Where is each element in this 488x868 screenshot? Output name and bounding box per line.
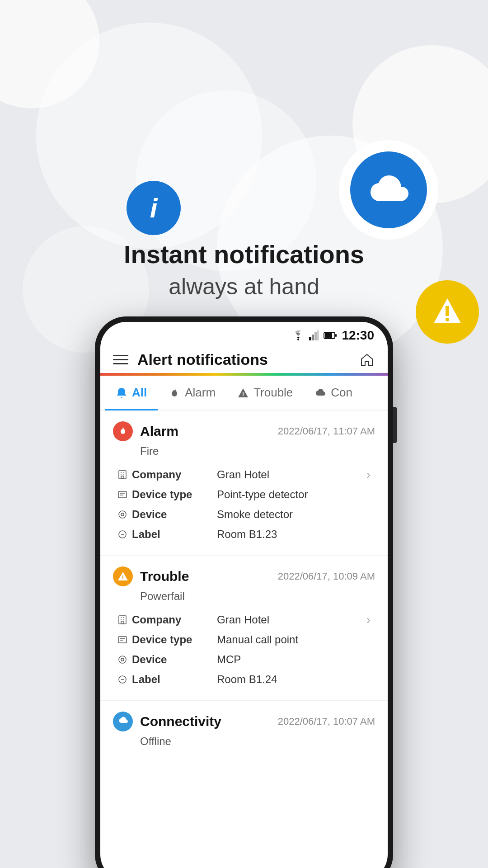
phone-frame: 12:30 Alert notifications [95, 316, 393, 868]
svg-point-32 [119, 656, 126, 663]
connectivity-title-group: Connectivity [113, 712, 221, 731]
alarm-icon [113, 421, 133, 441]
cloud-notif-icon [117, 717, 129, 726]
phone-mockup: 12:30 Alert notifications [95, 316, 393, 868]
svg-rect-16 [118, 491, 127, 498]
device2-icon [117, 655, 127, 665]
tab-trouble-label: Trouble [253, 386, 293, 400]
alarm-company-value: Gran Hotel [217, 468, 375, 481]
trouble-device-value: MCP [217, 653, 375, 666]
app-title: Alert notifications [137, 351, 350, 368]
trouble-devicetype-label-text: Device type [132, 633, 192, 646]
fire-icon [117, 426, 128, 437]
battery-icon [324, 331, 337, 340]
label-label-text: Label [132, 528, 160, 541]
device-label-text: Device [132, 508, 167, 521]
hero-section: Instant notifications always at hand [0, 240, 488, 300]
device-type-icon [117, 490, 127, 500]
svg-point-1 [446, 318, 449, 321]
trouble-company-chevron: › [366, 613, 371, 627]
alarm-device-value: Smoke detector [217, 508, 375, 521]
svg-rect-3 [309, 337, 311, 340]
trouble-label-value: Room B1.24 [217, 673, 375, 686]
label2-icon [117, 675, 127, 684]
connectivity-type-label: Connectivity [140, 714, 221, 729]
home-icon[interactable] [359, 352, 375, 368]
notification-list: Alarm 2022/06/17, 11:07 AM Fire [100, 410, 388, 868]
trouble-icon [113, 566, 133, 586]
phone-screen: 12:30 Alert notifications [100, 322, 388, 868]
notification-connectivity[interactable]: Connectivity 2022/06/17, 10:07 AM Offlin… [100, 701, 388, 766]
trouble-type-label: Trouble [140, 569, 189, 584]
svg-rect-10 [119, 471, 126, 479]
connectivity-datetime: 2022/06/17, 10:07 AM [278, 716, 375, 727]
cloud-icon-decoration [339, 140, 438, 240]
tab-con-label: Con [331, 386, 352, 400]
trouble-devicetype-label: Device type [117, 633, 217, 646]
tab-connectivity[interactable]: Con [304, 376, 363, 410]
svg-point-19 [119, 511, 126, 518]
device-type2-icon [117, 635, 127, 645]
hero-title: Instant notifications [0, 240, 488, 269]
device-icon [117, 509, 127, 519]
connectivity-icon [113, 712, 133, 731]
tab-trouble[interactable]: Trouble [226, 376, 304, 410]
menu-button[interactable] [113, 355, 128, 364]
trouble-company-row: Company Gran Hotel › [117, 610, 375, 630]
alarm-type-label: Alarm [140, 424, 178, 439]
trouble-header: Trouble 2022/06/17, 10:09 AM [113, 566, 375, 586]
alarm-devicetype-row: Device type Point-type detector [117, 485, 375, 505]
alarm-header: Alarm 2022/06/17, 11:07 AM [113, 421, 375, 441]
connectivity-header: Connectivity 2022/06/17, 10:07 AM [113, 712, 375, 731]
trouble-company-label: Company [117, 613, 217, 626]
alarm-label-label: Label [117, 528, 217, 541]
alarm-label-row: Label Room B1.23 [117, 524, 375, 544]
triangle-warning-icon [237, 387, 249, 399]
trouble-devicetype-value: Manual call point [217, 633, 375, 646]
status-bar: 12:30 [100, 322, 388, 346]
trouble-datetime: 2022/06/17, 10:09 AM [278, 571, 375, 582]
trouble-subtype: Powerfail [140, 590, 375, 603]
svg-rect-9 [335, 334, 337, 337]
trouble-company-label-text: Company [132, 613, 181, 626]
trouble-label-row: Label Room B1.24 [117, 670, 375, 689]
tab-alarm-label: Alarm [185, 386, 216, 400]
alarm-subtype: Fire [140, 445, 375, 458]
alarm-device-row: Device Smoke detector [117, 505, 375, 524]
svg-rect-0 [446, 306, 449, 316]
hero-subtitle: always at hand [0, 274, 488, 300]
alarm-label-value: Room B1.23 [217, 528, 375, 541]
tab-all-label: All [132, 386, 147, 400]
tab-bar: All Alarm Trouble [100, 376, 388, 410]
trouble-label-label: Label [117, 673, 217, 686]
trouble-company-value: Gran Hotel [217, 613, 375, 626]
trouble-device-label: Device [117, 653, 217, 666]
trouble-device-label-text: Device [132, 653, 167, 666]
alarm-device-label: Device [117, 508, 217, 521]
status-time: 12:30 [342, 328, 374, 343]
alarm-title-group: Alarm [113, 421, 178, 441]
notification-trouble[interactable]: Trouble 2022/06/17, 10:09 AM Powerfail [100, 556, 388, 701]
tab-alarm[interactable]: Alarm [158, 376, 226, 410]
connectivity-subtype: Offline [140, 735, 375, 748]
alarm-company-row: Company Gran Hotel › [117, 465, 375, 485]
phone-side-button [393, 407, 397, 443]
trouble-label-label-text: Label [132, 673, 160, 686]
wifi-icon [292, 330, 305, 340]
svg-rect-28 [121, 621, 124, 624]
tab-all[interactable]: All [105, 376, 158, 410]
svg-rect-15 [121, 476, 124, 479]
info-icon-decoration: i [127, 181, 181, 235]
building-icon [117, 470, 127, 480]
svg-rect-23 [119, 616, 126, 624]
warning-triangle-icon [117, 571, 128, 582]
notification-alarm[interactable]: Alarm 2022/06/17, 11:07 AM Fire [100, 410, 388, 556]
label-icon [117, 529, 127, 539]
app-header: Alert notifications [100, 346, 388, 373]
svg-point-33 [121, 658, 124, 661]
status-icons: 12:30 [292, 328, 374, 343]
svg-point-2 [297, 339, 299, 340]
alarm-details: Company Gran Hotel › [117, 465, 375, 544]
trouble-title-group: Trouble [113, 566, 189, 586]
devicetype-label-text: Device type [132, 488, 192, 501]
